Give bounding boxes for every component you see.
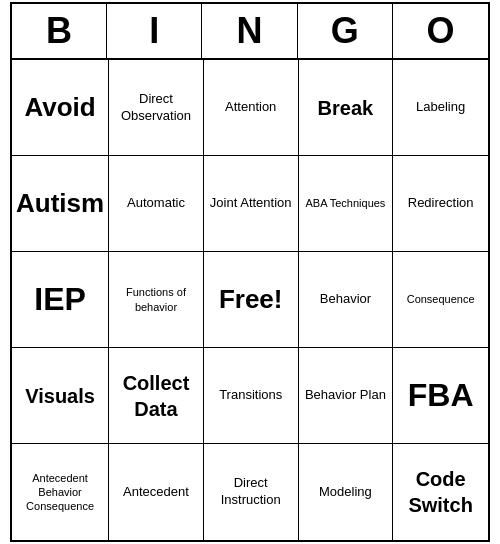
bingo-cell: Direct Observation <box>109 60 204 156</box>
cell-label: Behavior Plan <box>305 387 386 404</box>
bingo-cell: Consequence <box>393 252 488 348</box>
cell-label: Avoid <box>24 91 95 125</box>
bingo-cell: Functions of behavior <box>109 252 204 348</box>
bingo-cell: Antecedent Behavior Consequence <box>12 444 109 540</box>
cell-label: Visuals <box>25 383 95 409</box>
cell-label: Autism <box>16 187 104 221</box>
bingo-cell: ABA Techniques <box>299 156 394 252</box>
bingo-cell: Transitions <box>204 348 299 444</box>
bingo-cell: Modeling <box>299 444 394 540</box>
cell-label: Modeling <box>319 484 372 501</box>
cell-label: Automatic <box>127 195 185 212</box>
bingo-cell: Joint Attention <box>204 156 299 252</box>
bingo-cell: FBA <box>393 348 488 444</box>
header-letter: I <box>107 4 202 58</box>
header-letter: G <box>298 4 393 58</box>
bingo-card: BINGO AvoidDirect ObservationAttentionBr… <box>10 2 490 542</box>
cell-label: Transitions <box>219 387 282 404</box>
cell-label: Collect Data <box>113 370 199 422</box>
bingo-cell: Break <box>299 60 394 156</box>
cell-label: Code Switch <box>397 466 484 518</box>
cell-label: Labeling <box>416 99 465 116</box>
bingo-cell: Free! <box>204 252 299 348</box>
cell-label: Behavior <box>320 291 371 308</box>
bingo-grid: AvoidDirect ObservationAttentionBreakLab… <box>12 60 488 540</box>
cell-label: Direct Observation <box>113 91 199 125</box>
cell-label: Joint Attention <box>210 195 292 212</box>
bingo-cell: Visuals <box>12 348 109 444</box>
bingo-cell: Attention <box>204 60 299 156</box>
cell-label: IEP <box>34 279 86 321</box>
bingo-header: BINGO <box>12 4 488 60</box>
header-letter: N <box>202 4 297 58</box>
cell-label: Free! <box>219 283 283 317</box>
cell-label: FBA <box>408 375 474 417</box>
bingo-cell: Autism <box>12 156 109 252</box>
cell-label: Redirection <box>408 195 474 212</box>
bingo-cell: Code Switch <box>393 444 488 540</box>
bingo-cell: Automatic <box>109 156 204 252</box>
bingo-cell: Behavior <box>299 252 394 348</box>
cell-label: ABA Techniques <box>305 196 385 210</box>
bingo-cell: Avoid <box>12 60 109 156</box>
cell-label: Antecedent <box>123 484 189 501</box>
bingo-cell: Redirection <box>393 156 488 252</box>
bingo-cell: Labeling <box>393 60 488 156</box>
bingo-cell: Direct Instruction <box>204 444 299 540</box>
header-letter: O <box>393 4 488 58</box>
bingo-cell: IEP <box>12 252 109 348</box>
cell-label: Direct Instruction <box>208 475 294 509</box>
cell-label: Consequence <box>407 292 475 306</box>
bingo-cell: Behavior Plan <box>299 348 394 444</box>
bingo-cell: Collect Data <box>109 348 204 444</box>
cell-label: Break <box>318 95 374 121</box>
bingo-cell: Antecedent <box>109 444 204 540</box>
header-letter: B <box>12 4 107 58</box>
cell-label: Functions of behavior <box>113 285 199 314</box>
cell-label: Attention <box>225 99 276 116</box>
cell-label: Antecedent Behavior Consequence <box>16 471 104 514</box>
